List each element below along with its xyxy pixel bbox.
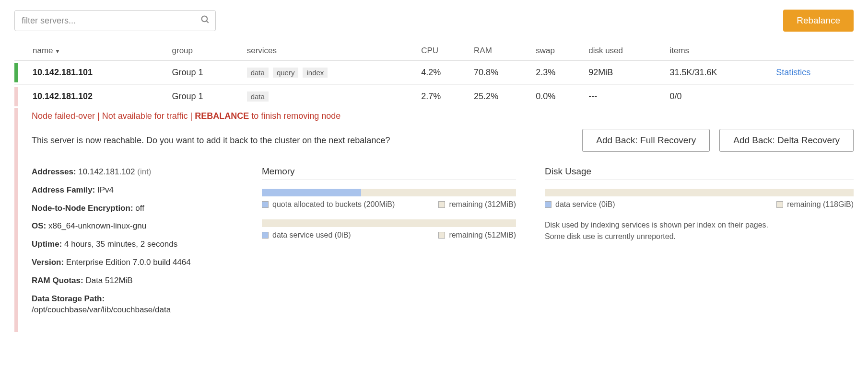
filter-servers-input[interactable]	[14, 10, 216, 31]
col-cpu[interactable]: CPU	[417, 41, 470, 61]
col-swap[interactable]: swap	[532, 41, 585, 61]
add-back-delta-button[interactable]: Add Back: Delta Recovery	[719, 129, 854, 152]
memory-panel: Memory quota allocated to buckets (200Mi…	[262, 166, 516, 322]
disk-note: Disk used by indexing services is shown …	[545, 219, 854, 242]
server-group: Group 1	[168, 61, 243, 85]
disk-usage-bar	[545, 189, 854, 196]
col-name[interactable]: name▼	[19, 41, 168, 61]
svg-point-0	[202, 16, 208, 22]
reachable-question: This server is now reachable. Do you wan…	[32, 136, 390, 146]
server-swap: 0.0%	[532, 85, 585, 109]
swatch-blue-icon	[262, 232, 269, 239]
table-row[interactable]: 10.142.181.102 Group 1 data 2.7% 25.2% 0…	[14, 85, 854, 109]
server-detail-panel: Node failed-over | Not available for tra…	[14, 108, 854, 332]
status-indicator-green	[14, 63, 18, 82]
col-services[interactable]: services	[243, 41, 418, 61]
col-disk[interactable]: disk used	[585, 41, 666, 61]
col-items[interactable]: items	[666, 41, 772, 61]
server-group: Group 1	[168, 85, 243, 109]
server-swap: 2.3%	[532, 61, 585, 85]
server-items: 0/0	[666, 85, 772, 109]
disk-panel: Disk Usage data service (0iB) remaining …	[545, 166, 854, 322]
memory-used-bar	[262, 219, 516, 227]
legend-remaining: remaining (512MiB)	[438, 231, 516, 240]
status-indicator-failed	[14, 87, 18, 106]
legend-data-used: data service used (0iB)	[262, 231, 351, 240]
server-services: data query index	[243, 61, 418, 85]
service-tag: data	[247, 91, 269, 102]
service-tag: query	[273, 68, 299, 78]
add-back-full-button[interactable]: Add Back: Full Recovery	[582, 129, 710, 152]
server-disk: 92MiB	[585, 61, 666, 85]
swatch-beige-icon	[776, 201, 783, 208]
filter-servers-box	[14, 10, 216, 31]
swatch-blue-icon	[262, 201, 269, 208]
statistics-link[interactable]: Statistics	[776, 68, 810, 77]
server-cpu: 4.2%	[417, 61, 470, 85]
memory-heading: Memory	[262, 166, 516, 180]
legend-disk-data: data service (0iB)	[545, 200, 615, 209]
rebalance-button[interactable]: Rebalance	[783, 10, 854, 32]
server-disk: ---	[585, 85, 666, 109]
memory-quota-bar	[262, 189, 516, 196]
server-ram: 70.8%	[470, 61, 532, 85]
server-name: 10.142.181.102	[19, 85, 168, 109]
servers-table: name▼ group services CPU RAM swap disk u…	[14, 41, 854, 332]
server-cpu: 2.7%	[417, 85, 470, 109]
legend-quota: quota allocated to buckets (200MiB)	[262, 200, 395, 209]
legend-remaining: remaining (312MiB)	[438, 200, 516, 209]
service-tag: index	[303, 68, 328, 78]
disk-heading: Disk Usage	[545, 166, 854, 180]
table-row[interactable]: 10.142.181.101 Group 1 data query index …	[14, 61, 854, 85]
server-services: data	[243, 85, 418, 109]
search-icon[interactable]	[200, 15, 210, 26]
server-name: 10.142.181.101	[19, 61, 168, 85]
col-group[interactable]: group	[168, 41, 243, 61]
server-info-panel: Addresses: 10.142.181.102 (int) Address …	[32, 166, 233, 322]
server-ram: 25.2%	[470, 85, 532, 109]
sort-caret-icon: ▼	[55, 48, 60, 54]
failover-message: Node failed-over | Not available for tra…	[18, 108, 854, 129]
service-tag: data	[247, 68, 269, 78]
swatch-blue-icon	[545, 201, 551, 208]
swatch-beige-icon	[438, 201, 445, 208]
svg-line-1	[207, 21, 209, 23]
server-items: 31.5K/31.6K	[666, 61, 772, 85]
swatch-beige-icon	[438, 232, 445, 239]
legend-disk-remaining: remaining (118GiB)	[776, 200, 854, 209]
col-ram[interactable]: RAM	[470, 41, 532, 61]
